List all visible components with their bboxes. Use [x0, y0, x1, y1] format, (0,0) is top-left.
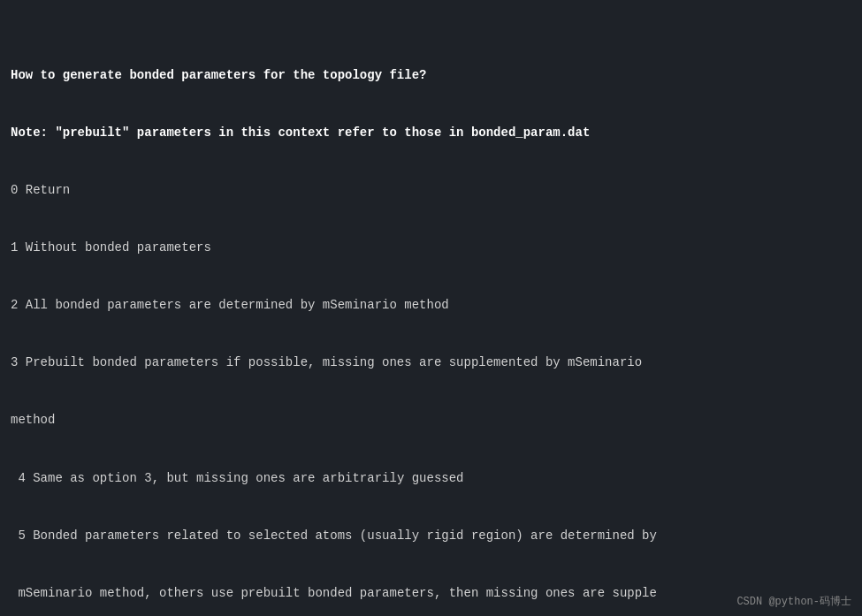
terminal-content: How to generate bonded parameters for th…	[11, 9, 851, 616]
line-8: 5 Bonded parameters related to selected …	[11, 527, 851, 546]
line-1: How to generate bonded parameters for th…	[11, 66, 851, 86]
line-6b: method	[11, 411, 851, 430]
line-7: 4 Same as option 3, but missing ones are…	[11, 469, 851, 489]
line-5: 2 All bonded parameters are determined b…	[11, 296, 851, 316]
line-2: Note: "prebuilt" parameters in this cont…	[11, 124, 851, 143]
watermark: CSDN @python-码博士	[736, 594, 851, 609]
line-3: 0 Return	[11, 181, 851, 201]
line-6: 3 Prebuilt bonded parameters if possible…	[11, 354, 851, 373]
terminal-window: How to generate bonded parameters for th…	[0, 0, 862, 616]
line-4: 1 Without bonded parameters	[11, 239, 851, 258]
line-8b: mSeminario method, others use prebuilt b…	[11, 584, 851, 604]
